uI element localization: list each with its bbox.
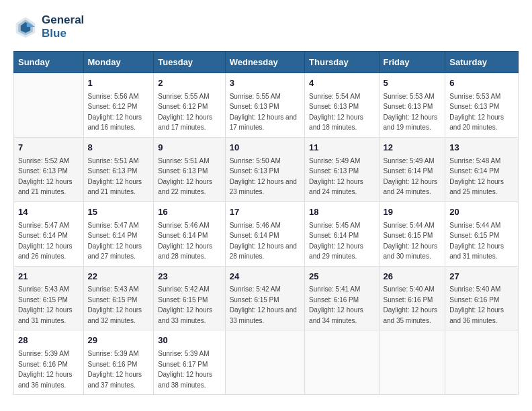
header-sunday: Sunday bbox=[14, 52, 84, 73]
sunset: Sunset: 6:12 PM bbox=[158, 103, 208, 110]
daylight: Daylight: 12 hours and 23 minutes. bbox=[230, 178, 297, 196]
sunset: Sunset: 6:16 PM bbox=[309, 296, 359, 304]
sunset: Sunset: 6:16 PM bbox=[88, 361, 138, 368]
sunset: Sunset: 6:13 PM bbox=[88, 167, 138, 175]
day-number: 30 bbox=[158, 334, 220, 347]
calendar-cell: 25Sunrise: 5:41 AMSunset: 6:16 PMDayligh… bbox=[305, 266, 379, 330]
daylight: Daylight: 12 hours and 27 minutes. bbox=[88, 242, 142, 261]
calendar-cell: 30Sunrise: 5:39 AMSunset: 6:17 PMDayligh… bbox=[154, 330, 225, 395]
sunset: Sunset: 6:13 PM bbox=[309, 103, 359, 110]
day-number: 12 bbox=[384, 142, 441, 154]
sunset: Sunset: 6:13 PM bbox=[18, 167, 68, 175]
sunset: Sunset: 6:15 PM bbox=[88, 296, 138, 304]
day-number: 9 bbox=[158, 142, 220, 154]
sunrise: Sunrise: 5:52 AM bbox=[18, 157, 69, 165]
calendar-week-2: 14Sunrise: 5:47 AMSunset: 6:14 PMDayligh… bbox=[14, 201, 519, 266]
sunset: Sunset: 6:13 PM bbox=[384, 103, 433, 110]
sunset: Sunset: 6:14 PM bbox=[18, 232, 68, 239]
day-number: 27 bbox=[449, 271, 514, 283]
sunrise: Sunrise: 5:49 AM bbox=[384, 157, 435, 165]
calendar-cell: 12Sunrise: 5:49 AMSunset: 6:14 PMDayligh… bbox=[379, 137, 445, 201]
sunrise: Sunrise: 5:47 AM bbox=[18, 222, 69, 229]
sunrise: Sunrise: 5:41 AM bbox=[309, 285, 360, 293]
logo-icon bbox=[13, 15, 38, 39]
day-number: 19 bbox=[384, 206, 441, 219]
sunset: Sunset: 6:14 PM bbox=[449, 167, 499, 175]
sunrise: Sunrise: 5:40 AM bbox=[384, 285, 435, 293]
sunrise: Sunrise: 5:46 AM bbox=[158, 222, 209, 229]
daylight: Daylight: 12 hours and 31 minutes. bbox=[18, 306, 73, 324]
daylight: Daylight: 12 hours and 35 minutes. bbox=[384, 306, 438, 324]
day-number: 6 bbox=[449, 77, 514, 90]
page-header: General Blue bbox=[13, 13, 519, 40]
calendar-cell: 13Sunrise: 5:48 AMSunset: 6:14 PMDayligh… bbox=[445, 137, 519, 201]
day-number: 22 bbox=[88, 271, 150, 283]
sunset: Sunset: 6:14 PM bbox=[230, 232, 279, 239]
header-thursday: Thursday bbox=[305, 52, 379, 73]
sunset: Sunset: 6:14 PM bbox=[88, 232, 138, 239]
daylight: Daylight: 12 hours and 17 minutes. bbox=[158, 113, 212, 132]
calendar-cell: 11Sunrise: 5:49 AMSunset: 6:13 PMDayligh… bbox=[305, 137, 379, 201]
calendar-cell: 9Sunrise: 5:51 AMSunset: 6:13 PMDaylight… bbox=[154, 137, 225, 201]
sunrise: Sunrise: 5:56 AM bbox=[88, 93, 139, 100]
sunrise: Sunrise: 5:40 AM bbox=[449, 285, 500, 293]
sunrise: Sunrise: 5:50 AM bbox=[230, 157, 281, 165]
sunset: Sunset: 6:16 PM bbox=[384, 296, 433, 304]
sunset: Sunset: 6:13 PM bbox=[158, 167, 208, 175]
sunset: Sunset: 6:13 PM bbox=[230, 103, 279, 110]
header-monday: Monday bbox=[83, 52, 154, 73]
daylight: Daylight: 12 hours and 22 minutes. bbox=[158, 178, 212, 196]
day-number: 28 bbox=[18, 334, 79, 347]
day-number: 17 bbox=[230, 206, 300, 219]
calendar-cell: 5Sunrise: 5:53 AMSunset: 6:13 PMDaylight… bbox=[379, 73, 445, 138]
calendar-cell: 27Sunrise: 5:40 AMSunset: 6:16 PMDayligh… bbox=[445, 266, 519, 330]
calendar-cell: 16Sunrise: 5:46 AMSunset: 6:14 PMDayligh… bbox=[154, 201, 225, 266]
day-number: 11 bbox=[309, 142, 374, 154]
daylight: Daylight: 12 hours and 28 minutes. bbox=[158, 242, 212, 261]
calendar-cell: 1Sunrise: 5:56 AMSunset: 6:12 PMDaylight… bbox=[83, 73, 154, 138]
sunset: Sunset: 6:13 PM bbox=[230, 167, 279, 175]
sunset: Sunset: 6:14 PM bbox=[158, 232, 208, 239]
day-number: 1 bbox=[88, 77, 150, 90]
day-number: 23 bbox=[158, 271, 220, 283]
daylight: Daylight: 12 hours and 36 minutes. bbox=[18, 371, 73, 389]
sunset: Sunset: 6:15 PM bbox=[158, 296, 208, 304]
calendar-week-1: 7Sunrise: 5:52 AMSunset: 6:13 PMDaylight… bbox=[14, 137, 519, 201]
day-number: 10 bbox=[230, 142, 300, 154]
sunrise: Sunrise: 5:46 AM bbox=[230, 222, 281, 229]
calendar-cell: 18Sunrise: 5:45 AMSunset: 6:14 PMDayligh… bbox=[305, 201, 379, 266]
calendar-cell: 8Sunrise: 5:51 AMSunset: 6:13 PMDaylight… bbox=[83, 137, 154, 201]
sunrise: Sunrise: 5:51 AM bbox=[88, 157, 139, 165]
sunrise: Sunrise: 5:44 AM bbox=[384, 222, 435, 229]
sunrise: Sunrise: 5:53 AM bbox=[384, 93, 435, 100]
daylight: Daylight: 12 hours and 26 minutes. bbox=[18, 242, 73, 261]
daylight: Daylight: 12 hours and 37 minutes. bbox=[88, 371, 142, 389]
daylight: Daylight: 12 hours and 29 minutes. bbox=[309, 242, 363, 261]
sunrise: Sunrise: 5:54 AM bbox=[309, 93, 360, 100]
header-saturday: Saturday bbox=[445, 52, 519, 73]
sunset: Sunset: 6:16 PM bbox=[449, 296, 499, 304]
calendar-cell: 6Sunrise: 5:53 AMSunset: 6:13 PMDaylight… bbox=[445, 73, 519, 138]
calendar-cell: 19Sunrise: 5:44 AMSunset: 6:15 PMDayligh… bbox=[379, 201, 445, 266]
daylight: Daylight: 12 hours and 20 minutes. bbox=[449, 113, 504, 132]
calendar-header-row: SundayMondayTuesdayWednesdayThursdayFrid… bbox=[14, 52, 519, 73]
daylight: Daylight: 12 hours and 31 minutes. bbox=[449, 242, 504, 261]
sunrise: Sunrise: 5:47 AM bbox=[88, 222, 139, 229]
daylight: Daylight: 12 hours and 16 minutes. bbox=[88, 113, 142, 132]
day-number: 13 bbox=[449, 142, 514, 154]
sunset: Sunset: 6:15 PM bbox=[18, 296, 68, 304]
calendar-cell bbox=[14, 73, 84, 138]
daylight: Daylight: 12 hours and 25 minutes. bbox=[449, 178, 504, 196]
calendar-cell: 4Sunrise: 5:54 AMSunset: 6:13 PMDaylight… bbox=[305, 73, 379, 138]
sunset: Sunset: 6:15 PM bbox=[230, 296, 279, 304]
calendar-cell: 28Sunrise: 5:39 AMSunset: 6:16 PMDayligh… bbox=[14, 330, 84, 395]
sunrise: Sunrise: 5:43 AM bbox=[88, 285, 139, 293]
daylight: Daylight: 12 hours and 24 minutes. bbox=[384, 178, 438, 196]
day-number: 29 bbox=[88, 334, 150, 347]
day-number: 8 bbox=[88, 142, 150, 154]
day-number: 14 bbox=[18, 206, 79, 219]
calendar-cell: 14Sunrise: 5:47 AMSunset: 6:14 PMDayligh… bbox=[14, 201, 84, 266]
sunset: Sunset: 6:17 PM bbox=[158, 361, 208, 368]
calendar-cell: 3Sunrise: 5:55 AMSunset: 6:13 PMDaylight… bbox=[225, 73, 304, 138]
daylight: Daylight: 12 hours and 38 minutes. bbox=[158, 371, 212, 389]
